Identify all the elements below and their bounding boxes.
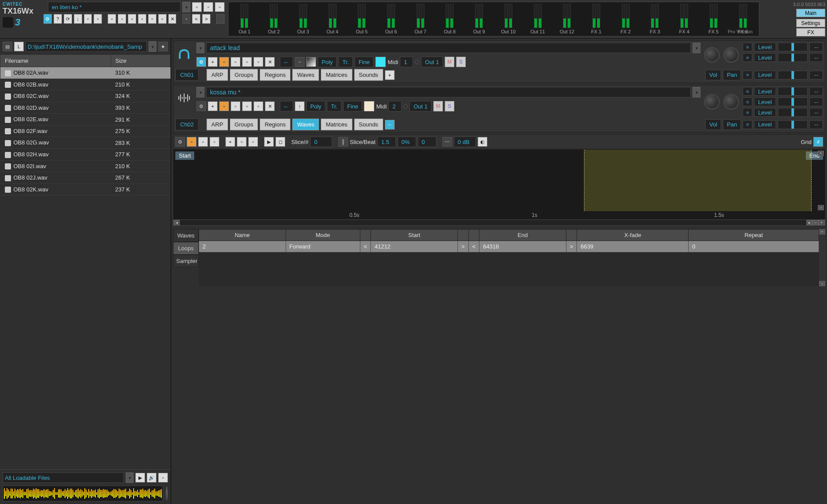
wave-zoom-in[interactable]: + (819, 220, 825, 225)
wave-play-button[interactable]: ▶ (264, 137, 274, 147)
ch-save2-button[interactable]: ▫ (242, 101, 252, 111)
ch-name-dropdown[interactable] (693, 43, 700, 53)
file-filter-dropdown[interactable] (126, 472, 134, 483)
file-row[interactable]: OB8 02E.wav291 K (0, 114, 170, 126)
loop-end[interactable]: 64318 (479, 241, 566, 252)
tab-arp[interactable]: ARP (207, 69, 228, 81)
file-row[interactable]: OB8 02I.wav210 K (0, 160, 170, 172)
tab-regions[interactable]: Regions (260, 69, 290, 81)
browser-star-button[interactable]: ★ (158, 42, 168, 51)
hb1[interactable]: ▫ (108, 14, 116, 24)
level-slider[interactable] (778, 108, 808, 117)
wave-gear-button[interactable]: ⚙ (175, 137, 185, 147)
level-slider[interactable] (778, 87, 808, 96)
browser-sidebar-toggle[interactable]: ▤ (3, 42, 12, 51)
level-label[interactable]: Level (754, 87, 776, 96)
wave-b3[interactable]: ▫ (248, 137, 258, 147)
ch-copy-button[interactable]: ▫ (254, 57, 263, 67)
sliders-icon[interactable]: ≡ (743, 97, 752, 106)
vol-button[interactable]: Vol (705, 119, 721, 130)
folder-button[interactable]: ▫ (84, 14, 92, 24)
ch-grad-button[interactable] (306, 57, 316, 67)
side-tab-loops[interactable]: Loops (173, 242, 199, 255)
sliders-icon[interactable]: ≡ (743, 43, 752, 51)
loop-col-name[interactable]: Name (199, 230, 286, 241)
channel-name-input[interactable] (206, 43, 691, 53)
gain-value[interactable]: 0 dB (454, 137, 476, 147)
x-button[interactable]: ✕ (168, 14, 177, 24)
loop-add-button[interactable]: + (819, 229, 825, 234)
channel-id-tab[interactable]: Ch02 (175, 119, 199, 130)
output-select[interactable]: Out 1 (421, 57, 443, 67)
pan-knob[interactable] (723, 47, 739, 63)
loop-button[interactable]: ⟳ (64, 14, 72, 24)
solo-button[interactable]: S (456, 57, 466, 67)
level-label[interactable]: Level (754, 108, 776, 117)
ch-gear-button[interactable]: ⚙ (196, 57, 206, 67)
tab-sounds[interactable]: Sounds (354, 69, 383, 81)
wave-scroll-right[interactable]: ▸ (806, 220, 812, 225)
file-row[interactable]: OB8 02C.wav324 K (0, 90, 170, 102)
wave-add-button[interactable]: + (225, 137, 235, 147)
performance-name-input[interactable] (48, 2, 181, 12)
level-label[interactable]: Level (754, 71, 776, 79)
ch-save2-button[interactable]: ▫ (242, 57, 252, 67)
waveform-display[interactable]: Start End 0.5s 1s 1.5s + − (173, 149, 825, 220)
wave-stop-button[interactable]: ◻ (276, 137, 285, 147)
ch-add-tab-button[interactable]: + (385, 70, 395, 80)
loop-start[interactable]: 41212 (371, 241, 458, 252)
wave-saveall-button[interactable]: ▫ (210, 137, 219, 147)
ch-add-button[interactable]: + (208, 57, 218, 67)
perf-folder2-button[interactable]: ▫ (203, 2, 213, 12)
help-button[interactable]: ? (54, 14, 62, 24)
col-size[interactable]: Size (111, 55, 170, 67)
ch-dash[interactable]: -- (280, 57, 293, 67)
ch-minus-tab-button[interactable]: − (385, 120, 395, 130)
pan-button[interactable]: Pan (723, 70, 741, 80)
wave-scrollbar[interactable]: ◂ ▸ − + (173, 220, 825, 226)
mute-button[interactable]: M (433, 101, 443, 112)
slice-icon[interactable]: ║ (338, 137, 348, 147)
level-label[interactable]: Level (754, 120, 776, 129)
tab-matrices[interactable]: Matrices (321, 69, 352, 81)
wave-vzoom-out[interactable]: − (818, 205, 824, 210)
tab-matrices[interactable]: Matrices (321, 119, 352, 130)
slice-num-value[interactable]: 0 (310, 137, 332, 147)
wave-folder-button[interactable]: ▫ (187, 137, 196, 147)
vol-button[interactable]: Vol (705, 70, 721, 80)
volume-knob[interactable] (704, 47, 720, 63)
level-slider[interactable] (778, 97, 808, 106)
level-slider[interactable] (778, 43, 808, 51)
pan-button[interactable]: Pan (723, 119, 741, 130)
preview-speaker-button[interactable]: 🔊 (147, 473, 156, 482)
start-inc-button[interactable]: > (457, 241, 468, 252)
perf-window-button[interactable]: ▫ (215, 2, 225, 12)
transpose-button[interactable]: Tr. (327, 101, 341, 112)
file-row[interactable]: OB8 02A.wav310 K (0, 67, 170, 79)
col-filename[interactable]: Filename (0, 55, 111, 67)
hb5[interactable]: ▫ (148, 14, 156, 24)
sliders-icon[interactable]: ≡ (743, 108, 752, 117)
ch-slider[interactable] (778, 71, 808, 79)
level-slider[interactable] (778, 53, 808, 62)
ch-folder-button[interactable]: ▫ (219, 101, 229, 111)
loop-col-mode[interactable]: Mode (286, 230, 360, 241)
wave-normalize-button[interactable]: ◐ (478, 137, 487, 147)
fx-nav-button[interactable]: FX (796, 28, 825, 36)
next-button[interactable]: > (202, 14, 210, 24)
tab-waves[interactable]: Waves (292, 119, 319, 130)
loop-col-start[interactable]: Start (371, 230, 458, 241)
fine-button[interactable]: Fine (355, 57, 374, 67)
file-row[interactable]: OB8 02D.wav393 K (0, 102, 170, 114)
perf-folder-button[interactable]: ▫ (192, 2, 202, 12)
file-row[interactable]: OB8 02K.wav237 K (0, 184, 170, 195)
download-button[interactable]: ↓ (74, 14, 82, 24)
ch-folder-button[interactable]: ▫ (219, 57, 229, 67)
sliders-icon[interactable]: ≡ (743, 120, 752, 129)
loop-xfade[interactable]: 6639 (577, 241, 689, 252)
hb3[interactable]: ▫ (128, 14, 136, 24)
ch-x-button[interactable]: ✕ (265, 101, 275, 111)
hb6[interactable]: ▫ (158, 14, 167, 24)
end-dec-button[interactable]: < (468, 241, 479, 252)
ch-arrowup-button[interactable]: ↑ (295, 101, 305, 111)
